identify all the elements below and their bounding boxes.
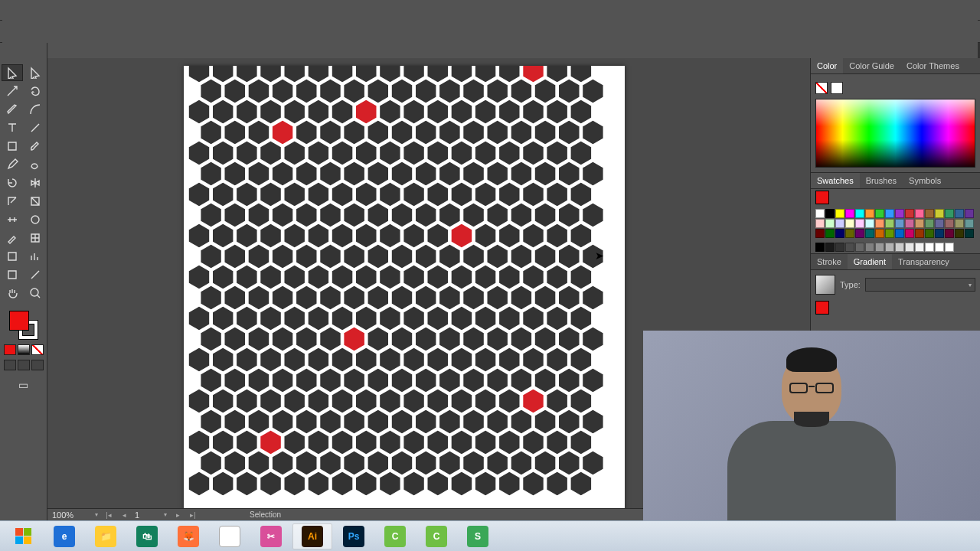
swatch[interactable] (945, 209, 954, 218)
swatch[interactable] (845, 229, 854, 238)
swatch[interactable] (955, 209, 964, 218)
gray-swatch[interactable] (915, 243, 924, 252)
swatch[interactable] (865, 229, 874, 238)
swatch[interactable] (875, 209, 884, 218)
gradient-mode-icon[interactable] (18, 344, 30, 355)
swatch[interactable] (825, 209, 835, 218)
swatch[interactable] (935, 209, 944, 218)
gradient-fill-swatch[interactable] (815, 301, 829, 315)
swatch[interactable] (915, 209, 924, 218)
swatch[interactable] (825, 229, 835, 238)
swatch[interactable] (915, 219, 924, 228)
gray-swatch[interactable] (885, 243, 894, 252)
gray-swatch[interactable] (855, 243, 864, 252)
swatch[interactable] (835, 209, 844, 218)
first-artboard-button[interactable]: |◂ (104, 511, 113, 519)
swatch[interactable] (855, 219, 864, 228)
artboard-number-input[interactable] (135, 510, 158, 520)
start-button[interactable] (3, 523, 43, 549)
camtasia-taskbar-icon[interactable]: C (375, 523, 415, 549)
gradient-tool[interactable] (2, 248, 23, 265)
gray-swatch[interactable] (905, 243, 914, 252)
fill-color-box[interactable] (9, 311, 29, 331)
color-mode-icon[interactable] (4, 344, 16, 355)
gray-swatch[interactable] (935, 243, 944, 252)
color-spectrum[interactable] (815, 99, 975, 168)
swatch[interactable] (965, 229, 974, 238)
swatch[interactable] (825, 219, 835, 228)
stroke-panel-tab[interactable]: Stroke (811, 254, 848, 269)
free-transform-tool[interactable] (24, 193, 46, 210)
swatch[interactable] (815, 219, 825, 228)
gradient-preview[interactable] (815, 275, 835, 295)
lasso-tool[interactable] (24, 83, 46, 99)
pen-tool[interactable] (2, 101, 23, 118)
current-swatch[interactable] (815, 191, 829, 204)
swatch[interactable] (855, 229, 864, 238)
width-tool[interactable] (2, 211, 23, 228)
rectangle-tool[interactable] (2, 138, 23, 155)
swatch[interactable] (815, 229, 825, 238)
draw-normal-icon[interactable] (4, 360, 16, 370)
gray-swatch[interactable] (895, 243, 904, 252)
prev-artboard-button[interactable]: ◂ (119, 511, 129, 519)
selection-tool[interactable] (2, 64, 23, 81)
fill-stroke-indicator[interactable] (8, 309, 40, 341)
swatch[interactable] (875, 229, 884, 238)
magic-wand-tool[interactable] (2, 83, 23, 99)
store-taskbar-icon[interactable]: 🛍 (127, 523, 167, 549)
gradient-panel-tab[interactable]: Gradient (848, 254, 892, 269)
blob-brush-tool[interactable] (24, 156, 46, 173)
transparency-panel-tab[interactable]: Transparency (892, 254, 956, 269)
illustrator-taskbar-icon[interactable]: Ai (292, 523, 332, 549)
snip-taskbar-icon[interactable]: ✂ (251, 523, 291, 549)
swatch[interactable] (935, 219, 944, 228)
swatch[interactable] (865, 209, 874, 218)
gray-swatch[interactable] (925, 243, 934, 252)
color-guide-tab[interactable]: Color Guide (843, 58, 900, 73)
zoom-input[interactable] (52, 510, 89, 520)
photoshop-taskbar-icon[interactable]: Ps (334, 523, 374, 549)
color-tab[interactable]: Color (811, 58, 843, 73)
gray-swatch[interactable] (865, 243, 874, 252)
swatch[interactable] (925, 219, 934, 228)
swatch[interactable] (895, 209, 904, 218)
line-tool[interactable] (24, 119, 46, 136)
draw-behind-icon[interactable] (18, 360, 30, 370)
swatch[interactable] (895, 219, 904, 228)
swatch[interactable] (905, 209, 914, 218)
hand-tool[interactable] (2, 285, 23, 302)
fill-none-swatch[interactable] (815, 82, 828, 94)
gray-swatch[interactable] (875, 243, 884, 252)
swatch[interactable] (905, 229, 914, 238)
screen-mode-icon[interactable]: ▭ (13, 377, 34, 393)
rotate-tool[interactable] (2, 174, 23, 191)
gray-swatch[interactable] (825, 243, 835, 252)
gradient-type-drop[interactable]: ▾ (865, 278, 975, 292)
swatches-tab[interactable]: Swatches (811, 173, 860, 188)
swatch[interactable] (955, 219, 964, 228)
swatch[interactable] (835, 229, 844, 238)
swatch[interactable] (845, 219, 854, 228)
artboard-tool[interactable] (2, 266, 23, 283)
swatch[interactable] (945, 229, 954, 238)
type-tool[interactable] (2, 119, 23, 136)
explorer-taskbar-icon[interactable]: 📁 (86, 523, 126, 549)
swatch[interactable] (875, 219, 884, 228)
swatch[interactable] (965, 219, 974, 228)
swatch[interactable] (965, 209, 974, 218)
slice-tool[interactable] (24, 266, 46, 283)
sheets-taskbar-icon[interactable]: S (458, 523, 498, 549)
gray-swatch[interactable] (835, 243, 844, 252)
swatch[interactable] (845, 209, 854, 218)
mesh-tool[interactable] (24, 230, 46, 246)
shape-builder-tool[interactable] (24, 211, 46, 228)
gray-swatch[interactable] (815, 243, 825, 252)
firefox-taskbar-icon[interactable]: 🦊 (168, 523, 208, 549)
swatch[interactable] (925, 229, 934, 238)
swatch[interactable] (885, 219, 894, 228)
swatch[interactable] (885, 209, 894, 218)
swatch[interactable] (925, 209, 934, 218)
gray-swatch[interactable] (945, 243, 954, 252)
camtasia2-taskbar-icon[interactable]: C (416, 523, 456, 549)
